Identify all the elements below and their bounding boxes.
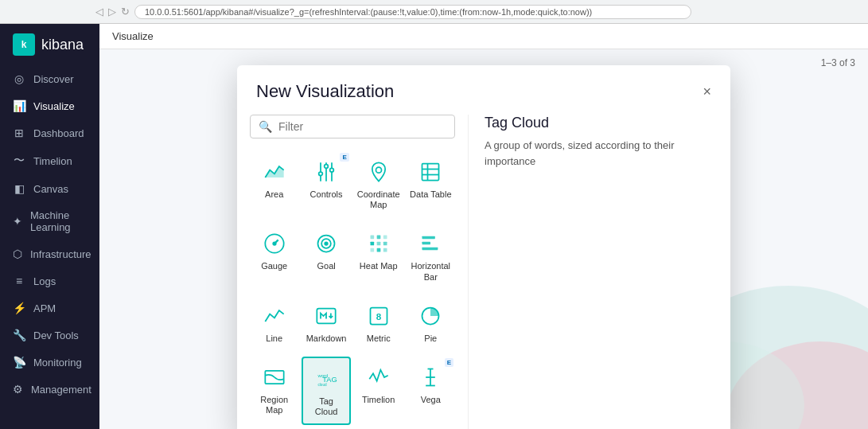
modal-title: New Visualization <box>256 81 394 102</box>
apm-icon: ⚡ <box>13 302 25 314</box>
heat-map-icon <box>364 229 393 258</box>
url-bar[interactable]: 10.0.0.51:5601/app/kibana#/visualize?_g=… <box>134 5 691 19</box>
gauge-icon <box>260 229 289 258</box>
sidebar-item-canvas[interactable]: ◧ Canvas <box>0 175 99 202</box>
viz-item-vega[interactable]: E Vega <box>407 357 455 425</box>
discover-icon: ◎ <box>13 72 25 85</box>
area-icon <box>260 158 289 186</box>
timelion-viz-icon <box>364 363 393 392</box>
tag-cloud-icon: word TAG cloud <box>312 365 341 393</box>
sidebar-item-visualize[interactable]: 📊 Visualize <box>0 92 99 119</box>
filter-box: 🔍 <box>250 115 455 138</box>
viz-item-controls[interactable]: E Controls <box>302 151 350 216</box>
viz-label-pie: Pie <box>424 333 437 344</box>
svg-text:cloud: cloud <box>318 383 328 387</box>
svg-text:TAG: TAG <box>322 375 337 383</box>
metric-icon: 8 <box>364 302 393 330</box>
viz-type-list: 🔍 Area <box>237 115 468 429</box>
timelion-icon: 〜 <box>13 154 25 168</box>
viz-item-timelion[interactable]: Timelion <box>354 357 403 425</box>
line-icon <box>260 302 289 330</box>
svg-rect-33 <box>422 242 431 245</box>
viz-label-metric: Metric <box>367 333 391 344</box>
viz-item-region-map[interactable]: Region Map <box>250 357 298 425</box>
viz-item-tag-cloud[interactable]: word TAG cloud Tag Cloud <box>302 357 350 425</box>
viz-item-goal[interactable]: Goal <box>302 223 350 288</box>
pie-icon <box>416 302 445 330</box>
viz-info-title: Tag Cloud <box>485 115 714 131</box>
svg-point-19 <box>273 243 276 246</box>
svg-point-22 <box>325 243 328 246</box>
svg-text:8: 8 <box>376 310 381 321</box>
infra-icon: ⬡ <box>13 248 22 260</box>
svg-rect-28 <box>383 242 387 246</box>
canvas-icon: ◧ <box>13 182 25 195</box>
viz-label-timelion: Timelion <box>362 395 395 405</box>
goal-icon <box>312 229 341 258</box>
svg-rect-27 <box>376 242 380 246</box>
data-table-icon <box>416 158 445 186</box>
horizontal-bar-icon <box>416 229 445 258</box>
svg-rect-31 <box>383 248 387 252</box>
viz-label-line: Line <box>266 333 282 344</box>
viz-item-metric[interactable]: 8 Metric <box>354 295 403 350</box>
viz-item-area[interactable]: Area <box>250 151 298 216</box>
markdown-icon <box>312 302 341 330</box>
logo: k kibana <box>0 24 99 65</box>
viz-label-markdown: Markdown <box>306 333 347 344</box>
logo-icon: k <box>13 33 35 56</box>
sidebar-item-apm[interactable]: ⚡ APM <box>0 294 99 322</box>
breadcrumb: Visualize <box>99 24 868 49</box>
sidebar-item-infra[interactable]: ⬡ Infrastructure <box>0 240 99 267</box>
viz-label-region-map: Region Map <box>253 395 295 415</box>
svg-rect-34 <box>422 248 438 251</box>
sidebar-item-monitoring[interactable]: 📡 Monitoring <box>0 349 99 376</box>
ml-icon: ✦ <box>13 215 22 228</box>
coordinate-map-icon <box>364 158 393 186</box>
sidebar-item-dashboard[interactable]: ⊞ Dashboard <box>0 119 99 146</box>
svg-point-7 <box>319 172 323 176</box>
viz-item-coordinate-map[interactable]: Coordinate Map <box>354 151 403 216</box>
visualize-icon: 📊 <box>13 99 25 112</box>
viz-label-coordinate-map: Coordinate Map <box>357 189 400 210</box>
viz-item-horizontal-bar[interactable]: Horizontal Bar <box>407 223 455 288</box>
viz-info-panel: Tag Cloud A group of words, sized accord… <box>468 115 730 429</box>
sidebar-item-logs[interactable]: ≡ Logs <box>0 267 99 294</box>
viz-label-goal: Goal <box>317 261 335 271</box>
monitoring-icon: 📡 <box>13 356 25 369</box>
svg-point-10 <box>330 168 334 172</box>
logs-icon: ≡ <box>13 275 25 287</box>
viz-label-controls: Controls <box>310 189 343 200</box>
viz-item-data-table[interactable]: Data Table <box>407 151 455 216</box>
viz-label-area: Area <box>265 189 283 200</box>
controls-badge: E <box>340 153 348 162</box>
vega-icon <box>416 363 445 392</box>
sidebar-item-devtools[interactable]: 🔧 Dev Tools <box>0 322 99 349</box>
svg-rect-25 <box>383 236 387 240</box>
viz-item-pie[interactable]: Pie <box>407 295 455 350</box>
viz-label-tag-cloud: Tag Cloud <box>306 396 345 417</box>
svg-point-4 <box>325 165 329 169</box>
svg-rect-23 <box>370 236 374 240</box>
dashboard-icon: ⊞ <box>13 127 25 139</box>
viz-item-gauge[interactable]: Gauge <box>250 223 298 288</box>
devtools-icon: 🔧 <box>13 329 25 341</box>
viz-item-line[interactable]: Line <box>250 295 298 350</box>
controls-icon <box>312 158 341 186</box>
viz-item-markdown[interactable]: Markdown <box>302 295 350 350</box>
viz-label-gauge: Gauge <box>261 261 287 271</box>
svg-rect-30 <box>376 248 380 252</box>
sidebar-item-discover[interactable]: ◎ Discover <box>0 65 99 92</box>
svg-point-13 <box>376 167 381 173</box>
filter-input[interactable] <box>278 120 446 133</box>
svg-rect-32 <box>422 236 435 240</box>
viz-label-horizontal-bar: Horizontal Bar <box>410 261 452 282</box>
viz-item-heat-map[interactable]: Heat Map <box>354 223 403 288</box>
sidebar-item-timelion[interactable]: 〜 Timelion <box>0 146 99 175</box>
svg-rect-24 <box>376 236 380 240</box>
modal-close-button[interactable]: × <box>703 84 711 99</box>
sidebar: k kibana ◎ Discover 📊 Visualize ⊞ Dashbo… <box>0 24 99 429</box>
filter-search-icon: 🔍 <box>259 120 272 133</box>
sidebar-item-ml[interactable]: ✦ Machine Learning <box>0 202 99 240</box>
sidebar-item-management[interactable]: ⚙ Management <box>0 376 99 403</box>
